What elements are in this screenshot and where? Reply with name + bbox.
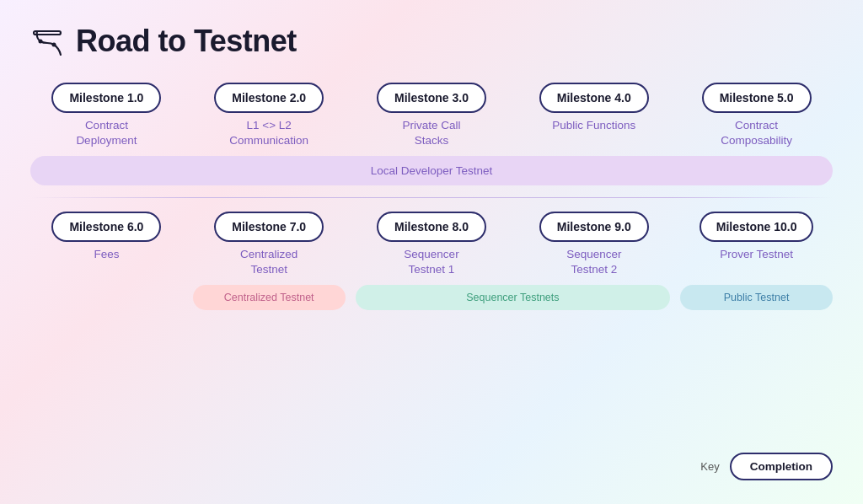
milestone-3-badge: Milestone 3.0 bbox=[377, 83, 486, 113]
milestone-9-badge: Milestone 9.0 bbox=[539, 212, 649, 242]
key-label: Key bbox=[700, 460, 719, 473]
milestone-10-label: Prover Testnet bbox=[720, 247, 793, 262]
roadmap-icon bbox=[30, 24, 64, 58]
milestone-5-badge: Milestone 5.0 bbox=[702, 83, 812, 113]
local-dev-testnet-banner-container: Local Developer Testnet bbox=[30, 156, 833, 185]
milestone-5-label: ContractComposability bbox=[721, 118, 792, 147]
svg-point-1 bbox=[39, 40, 43, 44]
milestone-2-label: L1 <> L2Communication bbox=[229, 118, 308, 147]
col1-empty bbox=[30, 285, 183, 310]
milestone-8-badge: Milestone 8.0 bbox=[377, 212, 486, 242]
centralized-testnet-banner-container: Centralized Testnet bbox=[193, 285, 346, 310]
milestone-row-1: Milestone 1.0 ContractDeployment Milesto… bbox=[30, 83, 833, 147]
sequencer-testnets-banner: Sequencer Testnets bbox=[356, 285, 671, 310]
completion-badge: Completion bbox=[730, 453, 833, 480]
milestone-9: Milestone 9.0 SequencerTestnet 2 bbox=[517, 212, 670, 276]
milestone-6-label: Fees bbox=[94, 247, 119, 262]
milestone-5: Milestone 5.0 ContractComposability bbox=[680, 83, 833, 147]
milestone-10-badge: Milestone 10.0 bbox=[700, 212, 814, 242]
milestone-6-badge: Milestone 6.0 bbox=[51, 212, 161, 242]
milestone-1-badge: Milestone 1.0 bbox=[51, 83, 161, 113]
public-testnet-banner: Public Testnet bbox=[680, 285, 833, 310]
milestone-1-label: ContractDeployment bbox=[76, 118, 137, 147]
milestone-4: Milestone 4.0 Public Functions bbox=[517, 83, 670, 147]
public-testnet-banner-container: Public Testnet bbox=[680, 285, 833, 310]
milestone-8: Milestone 8.0 SequencerTestnet 1 bbox=[356, 212, 508, 276]
page: Road to Testnet Milestone 1.0 ContractDe… bbox=[0, 0, 863, 504]
milestone-4-badge: Milestone 4.0 bbox=[539, 83, 649, 113]
milestone-9-label: SequencerTestnet 2 bbox=[566, 247, 621, 276]
milestone-3: Milestone 3.0 Private CallStacks bbox=[356, 83, 508, 147]
section-divider bbox=[30, 197, 833, 198]
milestone-7-badge: Milestone 7.0 bbox=[214, 212, 324, 242]
key-row: Key Completion bbox=[700, 453, 833, 480]
milestone-row-2: Milestone 6.0 Fees Milestone 7.0 Central… bbox=[30, 212, 833, 276]
sequencer-testnets-banner-container: Sequencer Testnets bbox=[356, 285, 671, 310]
milestone-7-label: CentralizedTestnet bbox=[240, 247, 297, 276]
milestone-4-label: Public Functions bbox=[552, 118, 635, 133]
sub-banner-row: Centralized Testnet Sequencer Testnets P… bbox=[30, 285, 833, 310]
milestone-2-badge: Milestone 2.0 bbox=[214, 83, 324, 113]
header: Road to Testnet bbox=[30, 24, 833, 59]
milestone-8-label: SequencerTestnet 1 bbox=[404, 247, 458, 276]
milestone-6: Milestone 6.0 Fees bbox=[30, 212, 183, 276]
milestone-7: Milestone 7.0 CentralizedTestnet bbox=[193, 212, 346, 276]
local-dev-testnet-banner: Local Developer Testnet bbox=[30, 156, 833, 185]
page-title: Road to Testnet bbox=[76, 24, 297, 59]
milestone-2: Milestone 2.0 L1 <> L2Communication bbox=[193, 83, 346, 147]
milestone-1: Milestone 1.0 ContractDeployment bbox=[30, 83, 183, 147]
centralized-testnet-banner: Centralized Testnet bbox=[193, 285, 346, 310]
milestone-3-label: Private CallStacks bbox=[402, 118, 460, 147]
svg-point-2 bbox=[52, 43, 56, 47]
milestone-10: Milestone 10.0 Prover Testnet bbox=[680, 212, 833, 276]
